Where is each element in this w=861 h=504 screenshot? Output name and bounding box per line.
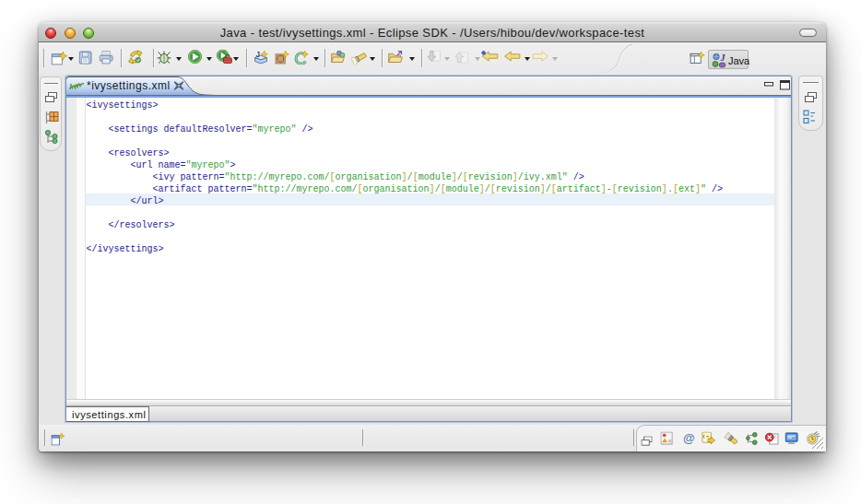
svg-text:J: J [720, 53, 726, 63]
svg-text:J: J [255, 51, 260, 59]
